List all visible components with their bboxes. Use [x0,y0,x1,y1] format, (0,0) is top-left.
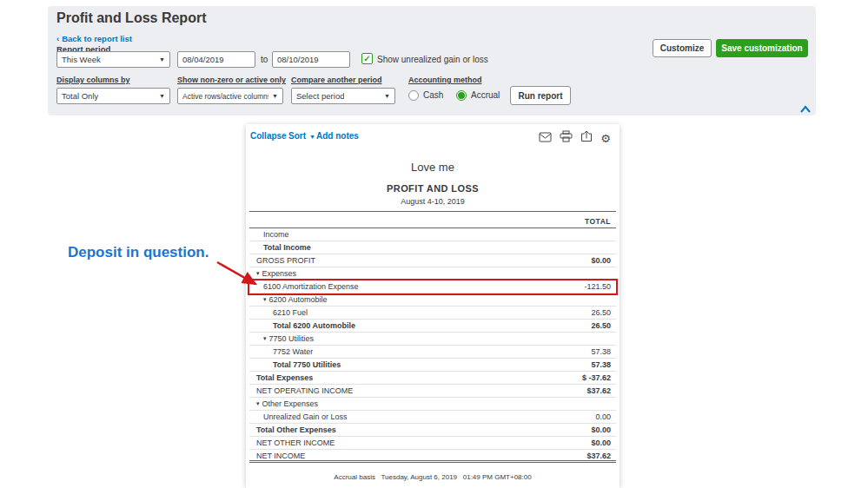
nonzero-select[interactable]: Active rows/active columns ▼ [177,88,283,104]
sort-link-label: Sort [288,131,306,141]
report-row[interactable]: Unrealized Gain or Loss0.00 [249,411,616,424]
profit-and-loss-report-page: Profit and Loss Report ‹Back to report l… [0,0,868,488]
save-customization-button[interactable]: Save customization [716,39,808,57]
chevron-down-icon: ▼ [384,93,390,99]
chevron-down-icon: ▼ [272,93,278,99]
customize-button[interactable]: Customize [653,39,712,57]
email-icon[interactable] [538,130,552,143]
report-period-select-value: This Week [62,55,101,64]
chevron-down-icon: ▼ [309,134,315,140]
print-icon[interactable] [559,130,573,143]
add-notes-link[interactable]: Add notes [316,131,359,141]
back-chevron-icon: ‹ [56,34,59,43]
row-label: 6210 Fuel [249,307,308,319]
row-label: NET OPERATING INCOME [249,385,353,397]
report-row[interactable]: GROSS PROFIT$0.00 [249,254,616,267]
compare-period-select-value: Select period [296,91,344,101]
export-icon[interactable] [580,130,593,143]
table-header: TOTAL [249,211,616,228]
row-value[interactable]: $0.00 [591,254,616,267]
row-label: NET OTHER INCOME [249,437,335,449]
row-label: Income [249,228,289,241]
report-period-text: August 4-10, 2019 [246,197,620,206]
report-row-highlighted[interactable]: 6100 Amortization Expense-121.50 [249,280,616,293]
display-columns-label: Display columns by [56,76,130,84]
report-row[interactable]: ▾7750 Utilities [249,333,616,346]
report-row[interactable]: 6210 Fuel26.50 [249,307,616,320]
chevron-down-icon: ▼ [159,93,165,99]
row-value[interactable]: 57.38 [591,359,616,371]
row-value[interactable]: 26.50 [591,320,616,332]
row-label: 7752 Water [249,346,313,358]
row-label: Total 7750 Utilities [249,359,341,371]
row-value [611,398,616,410]
row-value[interactable]: $0.00 [591,437,616,449]
collapse-panel-chevron-icon[interactable] [799,104,812,114]
row-label: Total 6200 Automobile [249,320,355,332]
profit-loss-table: TOTAL IncomeTotal IncomeGROSS PROFIT$0.0… [249,211,616,463]
to-label: to [261,55,268,64]
cash-label: Cash [423,90,443,100]
run-report-button[interactable]: Run report [510,86,571,105]
report-period-select[interactable]: This Week ▼ [56,51,170,68]
display-columns-select[interactable]: Total Only ▼ [56,88,170,104]
collapse-triangle-icon[interactable]: ▾ [256,400,260,406]
report-row[interactable]: NET INCOME$37.62 [249,450,616,463]
display-columns-select-value: Total Only [62,91,98,101]
report-row[interactable]: Income [249,228,616,241]
collapse-triangle-icon[interactable]: ▾ [263,335,267,341]
annotation-arrow-icon [212,257,268,295]
date-from-input[interactable] [177,51,255,68]
date-to-input[interactable] [272,51,350,68]
row-value [611,267,616,280]
report-footer: Accrual basis Tuesday, August 6, 2019 01… [246,473,620,481]
row-value[interactable]: $0.00 [591,424,616,436]
report-row[interactable]: ▾Other Expenses [249,398,616,411]
compare-period-label: Compare another period [291,76,382,84]
report-row[interactable]: ▾Expenses [249,267,616,280]
row-label: Total Expenses [249,372,313,384]
row-value[interactable]: $ -37.62 [582,372,616,384]
accounting-method-label: Accounting method [408,76,482,84]
row-label: NET INCOME [249,450,305,460]
accrual-label: Accrual [471,90,500,100]
company-name: Love me [246,161,620,174]
row-value [611,241,616,254]
report-row[interactable]: Total Other Expenses$0.00 [249,424,616,437]
row-value[interactable]: $37.62 [586,385,616,397]
back-to-report-list-link[interactable]: ‹Back to report list [56,34,132,43]
accrual-radio[interactable] [456,90,467,101]
report-row[interactable]: NET OPERATING INCOME$37.62 [249,385,616,398]
report-row[interactable]: Total 6200 Automobile26.50 [249,320,616,333]
report-row[interactable]: Total 7750 Utilities57.38 [249,359,616,372]
gear-icon[interactable]: ⚙ [599,130,613,143]
sort-link[interactable]: Sort▼ [288,131,315,141]
row-label: Unrealized Gain or Loss [249,411,348,423]
row-value[interactable]: -121.50 [584,280,616,293]
show-unrealized-label: Show unrealized gain or loss [377,55,488,64]
nonzero-select-value: Active rows/active columns [182,92,268,101]
row-label: ▾7750 Utilities [249,333,314,345]
report-row[interactable]: Total Expenses$ -37.62 [249,372,616,385]
row-label: Total Income [249,241,311,254]
row-value [611,228,616,241]
row-value[interactable]: 0.00 [595,411,616,423]
row-value[interactable]: 26.50 [591,307,616,319]
collapse-triangle-icon[interactable]: ▾ [263,296,267,302]
report-row[interactable]: ▾6200 Automobile [249,293,616,307]
row-label: Total Other Expenses [249,424,336,436]
report-row[interactable]: Total Income [249,241,616,254]
row-value[interactable]: 57.38 [591,346,616,358]
cash-radio[interactable] [408,90,419,101]
report-row[interactable]: 7752 Water57.38 [249,346,616,359]
total-column-header: TOTAL [585,217,611,226]
nonzero-label: Show non-zero or active only [177,76,286,84]
collapse-link[interactable]: Collapse [250,131,287,141]
compare-period-select[interactable]: Select period ▼ [291,88,395,104]
row-value[interactable]: $37.62 [586,450,616,460]
report-filter-panel: Profit and Loss Report ‹Back to report l… [48,6,816,115]
back-link-label: Back to report list [62,34,132,43]
report-title: PROFIT AND LOSS [246,183,620,194]
report-row[interactable]: NET OTHER INCOME$0.00 [249,437,616,450]
show-unrealized-checkbox[interactable]: ✓ [361,53,373,64]
